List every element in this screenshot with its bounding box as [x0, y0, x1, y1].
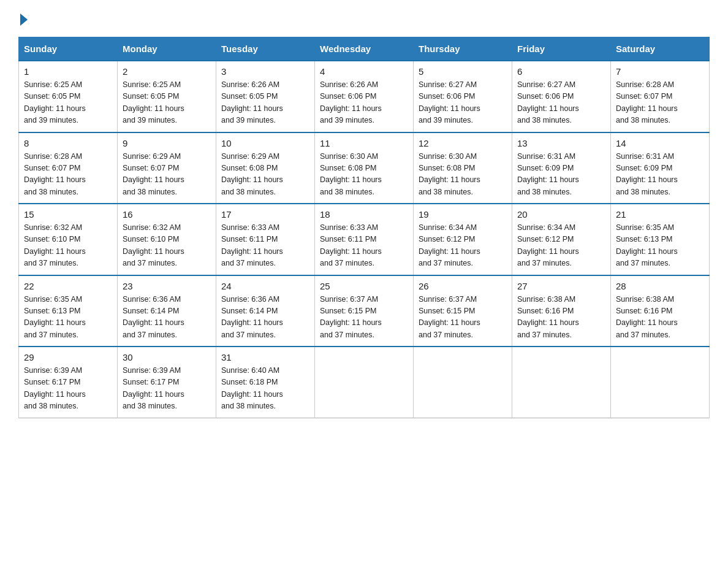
day-info: Sunrise: 6:32 AMSunset: 6:10 PMDaylight:…	[123, 222, 211, 270]
day-info: Sunrise: 6:27 AMSunset: 6:06 PMDaylight:…	[517, 79, 605, 127]
calendar-cell: 19 Sunrise: 6:34 AMSunset: 6:12 PMDaylig…	[414, 204, 512, 275]
day-info: Sunrise: 6:30 AMSunset: 6:08 PMDaylight:…	[320, 151, 408, 199]
header-monday: Monday	[118, 37, 216, 61]
calendar-cell: 17 Sunrise: 6:33 AMSunset: 6:11 PMDaylig…	[216, 204, 315, 275]
calendar-cell: 21 Sunrise: 6:35 AMSunset: 6:13 PMDaylig…	[611, 204, 710, 275]
day-number: 24	[221, 281, 309, 291]
day-number: 19	[419, 209, 507, 220]
header-saturday: Saturday	[611, 37, 710, 61]
header-tuesday: Tuesday	[216, 37, 315, 61]
day-number: 18	[320, 209, 408, 220]
calendar-week-4: 22 Sunrise: 6:35 AMSunset: 6:13 PMDaylig…	[19, 275, 710, 347]
day-number: 30	[123, 352, 211, 362]
day-info: Sunrise: 6:35 AMSunset: 6:13 PMDaylight:…	[24, 294, 112, 342]
day-number: 20	[517, 209, 605, 220]
calendar-cell: 23 Sunrise: 6:36 AMSunset: 6:14 PMDaylig…	[118, 275, 216, 347]
day-number: 1	[24, 66, 112, 77]
logo	[18, 12, 28, 26]
header-friday: Friday	[512, 37, 611, 61]
day-info: Sunrise: 6:37 AMSunset: 6:15 PMDaylight:…	[320, 294, 408, 342]
day-number: 12	[419, 138, 507, 148]
calendar-cell: 27 Sunrise: 6:38 AMSunset: 6:16 PMDaylig…	[512, 275, 611, 347]
day-info: Sunrise: 6:32 AMSunset: 6:10 PMDaylight:…	[24, 222, 112, 270]
calendar-cell: 26 Sunrise: 6:37 AMSunset: 6:15 PMDaylig…	[414, 275, 512, 347]
header-thursday: Thursday	[414, 37, 512, 61]
day-info: Sunrise: 6:35 AMSunset: 6:13 PMDaylight:…	[616, 222, 704, 270]
day-number: 11	[320, 138, 408, 148]
calendar-week-5: 29 Sunrise: 6:39 AMSunset: 6:17 PMDaylig…	[19, 347, 710, 418]
calendar-cell: 18 Sunrise: 6:33 AMSunset: 6:11 PMDaylig…	[315, 204, 414, 275]
day-number: 17	[221, 209, 309, 220]
day-info: Sunrise: 6:29 AMSunset: 6:07 PMDaylight:…	[123, 151, 211, 199]
day-number: 27	[517, 281, 605, 291]
calendar-week-1: 1 Sunrise: 6:25 AMSunset: 6:05 PMDayligh…	[19, 61, 710, 132]
day-number: 8	[24, 138, 112, 148]
day-info: Sunrise: 6:33 AMSunset: 6:11 PMDaylight:…	[221, 222, 309, 270]
day-info: Sunrise: 6:25 AMSunset: 6:05 PMDaylight:…	[123, 79, 211, 127]
calendar-cell: 12 Sunrise: 6:30 AMSunset: 6:08 PMDaylig…	[414, 132, 512, 204]
calendar-cell: 5 Sunrise: 6:27 AMSunset: 6:06 PMDayligh…	[414, 61, 512, 132]
day-number: 31	[221, 352, 309, 362]
day-number: 10	[221, 138, 309, 148]
day-number: 16	[123, 209, 211, 220]
day-info: Sunrise: 6:38 AMSunset: 6:16 PMDaylight:…	[517, 294, 605, 342]
calendar-cell: 6 Sunrise: 6:27 AMSunset: 6:06 PMDayligh…	[512, 61, 611, 132]
day-info: Sunrise: 6:37 AMSunset: 6:15 PMDaylight:…	[419, 294, 507, 342]
day-number: 2	[123, 66, 211, 77]
calendar-cell	[414, 347, 512, 418]
calendar-cell: 29 Sunrise: 6:39 AMSunset: 6:17 PMDaylig…	[19, 347, 118, 418]
calendar-week-3: 15 Sunrise: 6:32 AMSunset: 6:10 PMDaylig…	[19, 204, 710, 275]
day-number: 26	[419, 281, 507, 291]
day-number: 14	[616, 138, 704, 148]
day-number: 29	[24, 352, 112, 362]
day-number: 7	[616, 66, 704, 77]
calendar-cell: 8 Sunrise: 6:28 AMSunset: 6:07 PMDayligh…	[19, 132, 118, 204]
day-info: Sunrise: 6:28 AMSunset: 6:07 PMDaylight:…	[616, 79, 704, 127]
day-number: 13	[517, 138, 605, 148]
day-number: 6	[517, 66, 605, 77]
logo-arrow-icon	[20, 13, 28, 26]
day-info: Sunrise: 6:31 AMSunset: 6:09 PMDaylight:…	[616, 151, 704, 199]
calendar-cell: 24 Sunrise: 6:36 AMSunset: 6:14 PMDaylig…	[216, 275, 315, 347]
calendar-cell	[611, 347, 710, 418]
day-info: Sunrise: 6:33 AMSunset: 6:11 PMDaylight:…	[320, 222, 408, 270]
calendar-cell	[512, 347, 611, 418]
day-info: Sunrise: 6:39 AMSunset: 6:17 PMDaylight:…	[123, 365, 211, 413]
calendar-cell: 7 Sunrise: 6:28 AMSunset: 6:07 PMDayligh…	[611, 61, 710, 132]
day-info: Sunrise: 6:28 AMSunset: 6:07 PMDaylight:…	[24, 151, 112, 199]
day-info: Sunrise: 6:26 AMSunset: 6:06 PMDaylight:…	[320, 79, 408, 127]
calendar-cell: 2 Sunrise: 6:25 AMSunset: 6:05 PMDayligh…	[118, 61, 216, 132]
calendar-cell: 31 Sunrise: 6:40 AMSunset: 6:18 PMDaylig…	[216, 347, 315, 418]
day-info: Sunrise: 6:26 AMSunset: 6:05 PMDaylight:…	[221, 79, 309, 127]
day-number: 5	[419, 66, 507, 77]
day-number: 23	[123, 281, 211, 291]
day-info: Sunrise: 6:31 AMSunset: 6:09 PMDaylight:…	[517, 151, 605, 199]
day-number: 22	[24, 281, 112, 291]
calendar-cell: 15 Sunrise: 6:32 AMSunset: 6:10 PMDaylig…	[19, 204, 118, 275]
calendar-cell: 9 Sunrise: 6:29 AMSunset: 6:07 PMDayligh…	[118, 132, 216, 204]
day-number: 28	[616, 281, 704, 291]
header-wednesday: Wednesday	[315, 37, 414, 61]
header-sunday: Sunday	[19, 37, 118, 61]
day-info: Sunrise: 6:39 AMSunset: 6:17 PMDaylight:…	[24, 365, 112, 413]
day-info: Sunrise: 6:36 AMSunset: 6:14 PMDaylight:…	[221, 294, 309, 342]
day-info: Sunrise: 6:40 AMSunset: 6:18 PMDaylight:…	[221, 365, 309, 413]
day-info: Sunrise: 6:34 AMSunset: 6:12 PMDaylight:…	[517, 222, 605, 270]
day-number: 25	[320, 281, 408, 291]
calendar-cell	[315, 347, 414, 418]
day-number: 3	[221, 66, 309, 77]
calendar-cell: 22 Sunrise: 6:35 AMSunset: 6:13 PMDaylig…	[19, 275, 118, 347]
calendar-cell: 28 Sunrise: 6:38 AMSunset: 6:16 PMDaylig…	[611, 275, 710, 347]
calendar-header-row: SundayMondayTuesdayWednesdayThursdayFrid…	[19, 37, 710, 61]
day-info: Sunrise: 6:27 AMSunset: 6:06 PMDaylight:…	[419, 79, 507, 127]
calendar-cell: 20 Sunrise: 6:34 AMSunset: 6:12 PMDaylig…	[512, 204, 611, 275]
day-info: Sunrise: 6:34 AMSunset: 6:12 PMDaylight:…	[419, 222, 507, 270]
calendar-cell: 25 Sunrise: 6:37 AMSunset: 6:15 PMDaylig…	[315, 275, 414, 347]
calendar-cell: 30 Sunrise: 6:39 AMSunset: 6:17 PMDaylig…	[118, 347, 216, 418]
page-header	[18, 12, 710, 26]
calendar-cell: 1 Sunrise: 6:25 AMSunset: 6:05 PMDayligh…	[19, 61, 118, 132]
day-number: 15	[24, 209, 112, 220]
calendar-cell: 16 Sunrise: 6:32 AMSunset: 6:10 PMDaylig…	[118, 204, 216, 275]
day-number: 9	[123, 138, 211, 148]
day-info: Sunrise: 6:38 AMSunset: 6:16 PMDaylight:…	[616, 294, 704, 342]
